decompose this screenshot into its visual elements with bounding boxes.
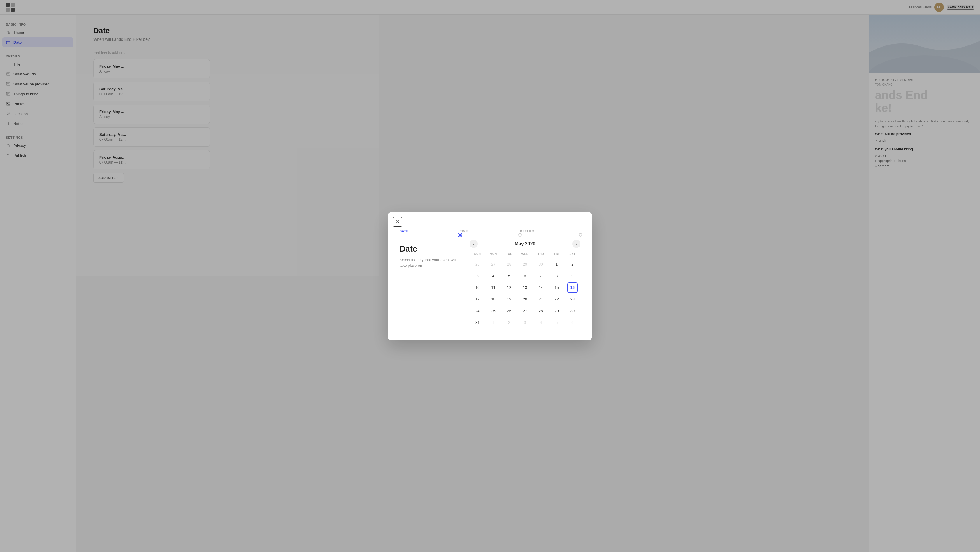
step-time-label: TIME (460, 230, 468, 233)
cal-cell-apr26[interactable]: 26 (472, 259, 483, 270)
cal-cell-may4[interactable]: 4 (488, 271, 490, 276)
calendar-grid: SUN MON TUE WED THU FRI SAT 26 27 28 29 … (469, 251, 490, 276)
modal-left-title: Date (399, 244, 458, 254)
step-date-track (399, 235, 460, 235)
modal-left-panel: Date Select the day that your event will… (399, 241, 458, 276)
modal-close-area: ✕ (388, 212, 490, 227)
cal-header-sun: SUN (469, 251, 485, 259)
progress-step-time: TIME (460, 230, 490, 235)
calendar: ‹ May 2020 › SUN MON TUE WED THU FRI SAT… (469, 241, 490, 276)
calendar-modal: ✕ DATE TIME DETAILS (388, 212, 490, 276)
step-time-track (460, 235, 490, 235)
modal-left-desc: Select the day that your event will take… (399, 257, 458, 268)
modal-overlay: ✕ DATE TIME DETAILS (0, 0, 490, 276)
cal-header-mon: MON (485, 251, 490, 259)
calendar-prev-button[interactable]: ‹ (469, 240, 478, 248)
modal-body: Date Select the day that your event will… (388, 241, 490, 276)
modal-close-button[interactable]: ✕ (393, 217, 402, 227)
cal-cell-apr27[interactable]: 27 (488, 259, 490, 270)
step-date-label: DATE (399, 230, 408, 233)
progress-bar: DATE TIME DETAILS (388, 227, 490, 241)
calendar-header: ‹ May 2020 › (469, 241, 490, 247)
progress-step-date: DATE (399, 230, 460, 235)
cal-cell-may3[interactable]: 3 (472, 271, 483, 276)
